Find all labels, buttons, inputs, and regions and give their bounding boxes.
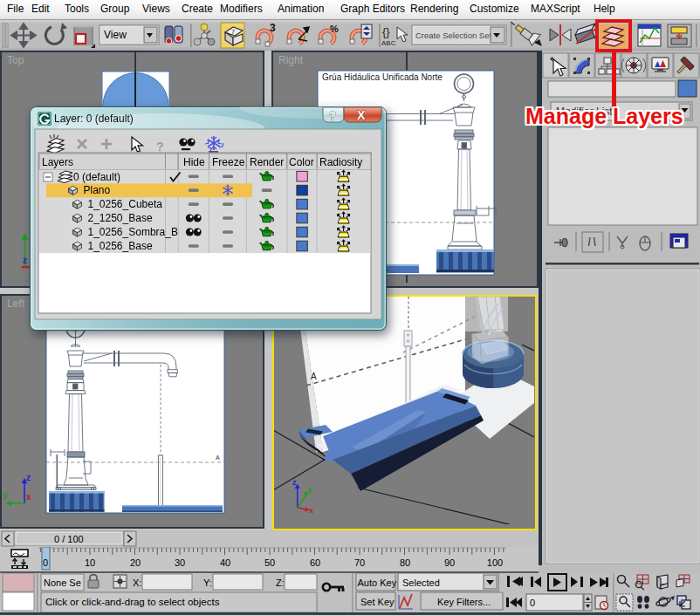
svg-text:0: 0 (530, 598, 535, 608)
svg-text:Hide: Hide (183, 156, 205, 168)
svg-text:1_0256_Sombra_B: 1_0256_Sombra_B (88, 226, 178, 238)
svg-text:?: ? (156, 140, 164, 154)
svg-text:70: 70 (354, 557, 365, 568)
svg-text:?: ? (329, 109, 336, 122)
svg-text:Layers: Layers (42, 156, 73, 168)
svg-text:A: A (311, 372, 317, 381)
svg-text:Layer: 0 (default): Layer: 0 (default) (54, 113, 134, 125)
svg-text:2_1250_Base: 2_1250_Base (88, 212, 153, 224)
svg-text:Plano: Plano (84, 184, 111, 196)
svg-text:%: % (330, 24, 339, 34)
svg-text:z: z (26, 473, 31, 482)
svg-text:100: 100 (487, 557, 503, 568)
svg-text:1_0256_Base: 1_0256_Base (88, 240, 153, 252)
svg-text:Grúa Hidáulica Unificada Norte: Grúa Hidáulica Unificada Norte (322, 72, 443, 82)
svg-text:Z:: Z: (276, 577, 285, 588)
svg-text:z: z (23, 256, 27, 265)
svg-text:A: A (216, 454, 220, 461)
svg-text:80: 80 (400, 557, 410, 568)
svg-text:X:: X: (133, 577, 141, 588)
svg-text:0 / 100: 0 / 100 (54, 534, 84, 544)
svg-text:10: 10 (85, 557, 95, 568)
svg-text:1_0256_Cubeta: 1_0256_Cubeta (88, 198, 163, 210)
svg-text:Y:: Y: (203, 577, 212, 588)
svg-text:Create Selection Set: Create Selection Set (415, 31, 491, 40)
svg-text:90: 90 (444, 557, 455, 568)
svg-text:y: y (308, 485, 312, 494)
svg-text:Radiosity: Radiosity (319, 156, 362, 168)
svg-text:y: y (3, 490, 8, 500)
svg-text:Key Filters...: Key Filters... (437, 597, 491, 607)
svg-text:3: 3 (270, 22, 276, 34)
svg-text:Selected: Selected (402, 577, 440, 588)
svg-text:50: 50 (264, 557, 275, 568)
svg-text:None Se: None Se (44, 577, 81, 588)
svg-text:View: View (104, 29, 127, 41)
svg-text:Auto Key: Auto Key (358, 577, 397, 588)
svg-text:Render: Render (250, 156, 284, 168)
svg-text:{}: {} (382, 25, 390, 38)
svg-text:60: 60 (310, 557, 320, 568)
svg-text:ABC: ABC (381, 39, 396, 47)
svg-text:30: 30 (175, 557, 185, 568)
svg-text:0 (default): 0 (default) (73, 171, 120, 183)
svg-text:x: x (309, 506, 313, 515)
svg-text:X: X (357, 108, 366, 122)
svg-text:Freeze: Freeze (212, 156, 245, 168)
svg-text:Click or click-and-drag to sel: Click or click-and-drag to select object… (45, 597, 220, 607)
svg-text:Set Key: Set Key (360, 597, 395, 607)
svg-text:20: 20 (130, 557, 141, 568)
svg-text:40: 40 (220, 557, 230, 568)
svg-text:z: z (292, 478, 297, 487)
svg-text:0: 0 (43, 557, 48, 568)
svg-text:Color: Color (289, 156, 314, 168)
svg-text:x: x (26, 492, 31, 502)
